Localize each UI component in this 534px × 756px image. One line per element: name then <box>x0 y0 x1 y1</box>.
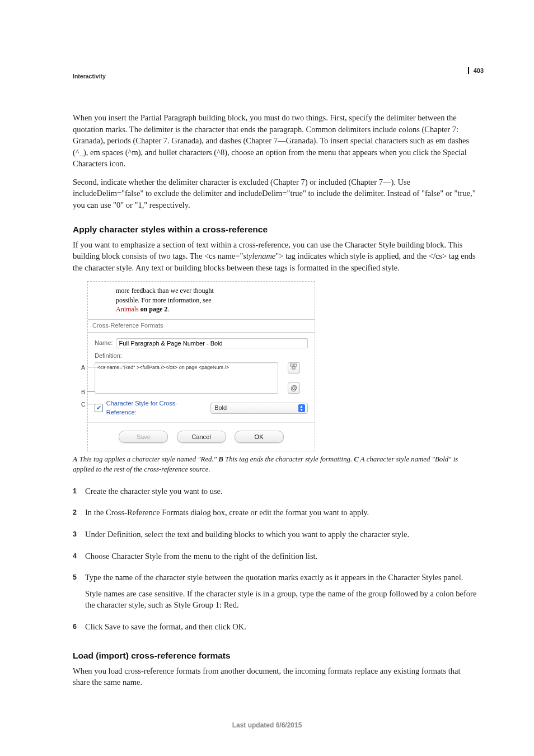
chevron-up-down-icon: ▲▼ <box>299 405 303 412</box>
document-page: 403 Interactivity When you insert the Pa… <box>0 0 534 756</box>
select-value: Bold <box>214 404 227 413</box>
caption-lead: C <box>354 455 359 463</box>
step-item: 4 Choose Character Style from the menu t… <box>73 550 478 567</box>
page-footer: Last updated 6/6/2015 <box>0 721 534 729</box>
step-item: 2 In the Cross-Reference Formats dialog … <box>73 507 478 523</box>
step-text: Choose Character Style from the menu to … <box>85 550 478 562</box>
cross-reference-formats-dialog: more feedback than we ever thought possi… <box>87 281 315 451</box>
step-number: 4 <box>73 550 85 567</box>
special-characters-icon: @ <box>291 384 297 392</box>
svg-rect-2 <box>292 367 295 369</box>
building-blocks-menu-button[interactable] <box>288 362 300 374</box>
svg-rect-0 <box>291 364 293 366</box>
dialog-section-title: Cross-Reference Formats <box>88 319 315 333</box>
numbered-steps: 1 Create the character style you want to… <box>73 486 478 637</box>
caption-lead: A <box>73 455 78 463</box>
step-number: 5 <box>73 572 85 615</box>
paragraph: If you want to emphasize a section of te… <box>73 239 478 274</box>
building-blocks-icon <box>290 363 298 370</box>
figure: more feedback than we ever thought possi… <box>73 281 478 474</box>
callout-label-c: C <box>81 400 86 409</box>
dialog-preview: more feedback than we ever thought possi… <box>88 282 315 319</box>
step-number: 3 <box>73 529 85 545</box>
save-button[interactable]: Save <box>119 431 168 443</box>
character-style-checkbox[interactable]: ✔ <box>95 404 103 412</box>
definition-label: Definition: <box>95 352 308 361</box>
breadcrumb: Interactivity <box>73 73 478 80</box>
dialog-body: Name: Definition: <cs name="Red" ><fullP… <box>88 333 315 423</box>
step-text: Type the name of the character style bet… <box>85 572 478 584</box>
character-style-select[interactable]: Bold ▲▼ <box>210 403 308 414</box>
step-text: In the Cross-Reference Formats dialog bo… <box>85 507 478 519</box>
step-number: 6 <box>73 621 85 637</box>
step-text: Under Definition, select the text and bu… <box>85 529 478 540</box>
step-item: 6 Click Save to save the format, and the… <box>73 621 478 637</box>
format-name-input[interactable] <box>116 338 308 348</box>
caption-lead: B <box>218 455 223 463</box>
step-item: 1 Create the character style you want to… <box>73 486 478 502</box>
body-text: When you insert the Partial Paragraph bu… <box>73 112 478 688</box>
page-number: 403 <box>468 67 484 74</box>
callout-label-a: A <box>81 363 85 372</box>
preview-red-text: Animals <box>116 305 139 313</box>
caption-text: This tag ends the character style format… <box>223 455 354 463</box>
character-style-label: Character Style for Cross-Reference: <box>106 399 206 417</box>
preview-text: more feedback than we ever thought <box>116 287 214 295</box>
name-label: Name: <box>95 339 113 348</box>
special-characters-menu-button[interactable]: @ <box>288 382 300 394</box>
definition-textarea[interactable]: <cs name="Red" ><fullPara /></cs> on pag… <box>95 362 278 394</box>
italic-text: stylename <box>243 251 275 260</box>
preview-text: . <box>167 305 169 313</box>
step-item: 5 Type the name of the character style b… <box>73 572 478 615</box>
section-heading: Load (import) cross-reference formats <box>73 650 478 662</box>
step-number: 1 <box>73 486 85 502</box>
step-item: 3 Under Definition, select the text and … <box>73 529 478 545</box>
preview-bold-text: on page 2 <box>139 305 168 313</box>
svg-rect-1 <box>294 364 297 366</box>
code-segment-a: <cs name="Red" > <box>97 365 139 370</box>
ok-button[interactable]: OK <box>235 431 284 443</box>
paragraph: Second, indicate whether the delimiter c… <box>73 176 478 211</box>
callout-line <box>87 391 95 392</box>
callout-line <box>87 404 95 404</box>
dialog-button-row: Save Cancel OK <box>88 422 315 451</box>
preview-text: possible. For more information, see <box>116 296 212 304</box>
step-text: Click Save to save the format, and then … <box>85 621 478 633</box>
step-text: Create the character style you want to u… <box>85 486 478 497</box>
step-text: Style names are case sensitive. If the c… <box>85 588 478 611</box>
caption-text: This tag applies a character style named… <box>78 455 219 463</box>
section-heading: Apply character styles within a cross-re… <box>73 223 478 236</box>
cancel-button[interactable]: Cancel <box>177 431 226 443</box>
callout-line <box>87 367 113 367</box>
code-segment-b: <fullPara /></cs> <box>139 365 177 370</box>
figure-caption: A This tag applies a character style nam… <box>73 455 478 474</box>
callout-label-b: B <box>81 388 85 396</box>
paragraph: When you insert the Partial Paragraph bu… <box>73 112 478 170</box>
paragraph: When you load cross-reference formats fr… <box>73 665 478 688</box>
code-segment-c: on page <pageNum /> <box>177 365 229 370</box>
step-number: 2 <box>73 507 85 523</box>
